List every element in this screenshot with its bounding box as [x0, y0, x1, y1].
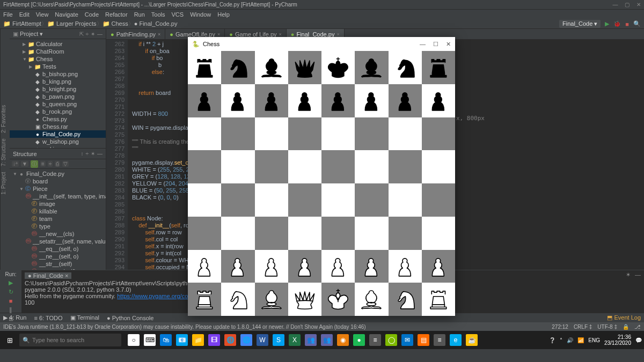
strip-project[interactable]: 1: Project: [1, 172, 6, 195]
chess-square[interactable]: [188, 250, 221, 283]
taskbar-app[interactable]: 📁: [192, 334, 204, 346]
tree-item[interactable]: ◆b_queen.png: [10, 100, 106, 108]
structure-item[interactable]: ▼●Final_Code.py: [10, 170, 106, 178]
chess-square[interactable]: [221, 283, 254, 316]
editor-tab[interactable]: ●PathFinding.py×: [106, 29, 165, 39]
chess-square[interactable]: [422, 283, 455, 316]
menu-vcs[interactable]: VCS: [172, 11, 184, 18]
taskbar-app[interactable]: ◯: [385, 334, 397, 346]
chess-square[interactable]: [255, 117, 288, 151]
taskbar-app[interactable]: 🛍: [160, 334, 172, 346]
settings-icon[interactable]: ✶: [626, 271, 631, 278]
chess-square[interactable]: [255, 250, 288, 283]
chess-square[interactable]: [288, 217, 321, 250]
chess-square[interactable]: [255, 51, 288, 84]
wifi-icon[interactable]: 📶: [577, 337, 584, 343]
chess-square[interactable]: [389, 84, 422, 117]
search-icon[interactable]: 🔍: [633, 20, 641, 27]
chess-square[interactable]: [389, 150, 422, 183]
chess-square[interactable]: [321, 250, 355, 283]
chess-square[interactable]: [321, 117, 355, 151]
menu-view[interactable]: View: [36, 11, 49, 18]
chess-square[interactable]: [321, 217, 355, 250]
chess-square[interactable]: [389, 183, 422, 217]
taskbar-app[interactable]: 👥: [305, 334, 317, 346]
chess-square[interactable]: [188, 183, 221, 217]
chess-square[interactable]: [422, 217, 455, 250]
menu-tools[interactable]: Tools: [151, 11, 165, 18]
structure-item[interactable]: ⓜ__init__(self, team, type, image, killa…: [10, 193, 106, 200]
taskbar-app[interactable]: 🌐: [240, 334, 252, 346]
breadcrumb-item[interactable]: 📁 Larger Projects: [47, 20, 97, 27]
structure-item[interactable]: ⓜ__eq__(self, o): [10, 245, 106, 253]
taskbar-app[interactable]: ⌨: [144, 334, 156, 346]
chess-square[interactable]: [188, 84, 221, 117]
taskbar-app[interactable]: ▤: [418, 334, 429, 346]
filter-icon[interactable]: ÷: [86, 151, 89, 157]
chess-square[interactable]: [188, 283, 221, 316]
structure-item[interactable]: Ⓕtype: [10, 223, 106, 230]
menu-navigate[interactable]: Navigate: [55, 11, 78, 18]
taskbar-app[interactable]: 🎞: [208, 334, 220, 346]
structure-item[interactable]: Ⓕkillable: [10, 208, 106, 215]
menu-code[interactable]: Code: [85, 11, 99, 18]
tree-item[interactable]: ◆b_knight.png: [10, 85, 106, 93]
taskbar-app[interactable]: ✉: [401, 334, 413, 346]
stop-icon[interactable]: ■: [9, 298, 13, 304]
chess-square[interactable]: [321, 51, 355, 84]
menu-help[interactable]: Help: [217, 11, 230, 18]
menu-edit[interactable]: Edit: [19, 11, 30, 18]
maximize-icon[interactable]: ▢: [625, 2, 630, 8]
chess-square[interactable]: [389, 250, 422, 283]
lang-indicator[interactable]: ENG: [588, 337, 600, 343]
chess-square[interactable]: [422, 84, 455, 117]
taskbar-app[interactable]: ○: [128, 334, 140, 346]
tree-item[interactable]: ▶📁ChatRoom: [10, 48, 106, 55]
chess-square[interactable]: [188, 217, 221, 250]
structure-item[interactable]: ⓜ__new__(cls): [10, 230, 106, 238]
strip-structure[interactable]: 7: Structure: [1, 139, 6, 167]
tree-item[interactable]: ◆b_king.png: [10, 78, 106, 85]
structure-item[interactable]: Ⓕimage: [10, 200, 106, 208]
run-icon[interactable]: ▶: [605, 20, 609, 27]
maximize-icon[interactable]: ☐: [433, 41, 438, 48]
chess-square[interactable]: [355, 150, 388, 183]
taskbar-app[interactable]: ●: [353, 334, 365, 346]
chess-square[interactable]: [221, 217, 254, 250]
taskbar-app[interactable]: ≡: [369, 334, 381, 346]
chevron-up-icon[interactable]: ˄: [560, 337, 562, 343]
chess-square[interactable]: [288, 250, 321, 283]
chess-square[interactable]: [221, 250, 254, 283]
git-icon[interactable]: ⎇: [634, 324, 641, 330]
tree-item[interactable]: ▼📁Chess: [10, 55, 106, 63]
chess-square[interactable]: [321, 283, 355, 316]
chess-square[interactable]: [188, 117, 221, 151]
taskbar-app[interactable]: W: [257, 334, 268, 346]
structure-item[interactable]: Ⓕteam: [10, 215, 106, 223]
bottom-tab[interactable]: ● Python Console: [107, 315, 153, 321]
bottom-tab[interactable]: ▶ 4: Run: [3, 314, 26, 321]
lock-icon[interactable]: 🔒: [623, 324, 629, 330]
chess-square[interactable]: [288, 84, 321, 117]
chess-square[interactable]: [221, 183, 254, 217]
tree-item[interactable]: ●Chess.py: [10, 115, 106, 123]
hide-icon[interactable]: —: [97, 151, 103, 157]
system-tray[interactable]: ❔ ˄ 🔊 📶 ENG 21:3623/12/2020 💬: [549, 334, 642, 346]
tree-item[interactable]: ▶📁Calculator: [10, 40, 106, 48]
chess-board[interactable]: [188, 51, 455, 316]
close-icon[interactable]: ✕: [446, 41, 451, 48]
chess-square[interactable]: [221, 51, 254, 84]
chess-square[interactable]: [221, 117, 254, 151]
pause-icon[interactable]: ‖: [9, 306, 12, 313]
taskbar-search[interactable]: 🔍 Type here to search: [19, 334, 121, 346]
minimize-icon[interactable]: —: [635, 271, 641, 278]
menu-window[interactable]: Window: [190, 11, 211, 18]
chess-square[interactable]: [255, 217, 288, 250]
taskbar-app[interactable]: 🌐: [224, 334, 236, 346]
tree-item[interactable]: ◆w_bishop.png: [10, 138, 106, 145]
collapse-icon[interactable]: ⇱: [79, 31, 84, 37]
breadcrumb-item[interactable]: 📁 Chess: [103, 20, 128, 27]
hide-icon[interactable]: —: [97, 31, 103, 37]
sort-icon[interactable]: ↕: [81, 151, 84, 157]
menu-run[interactable]: Run: [134, 11, 145, 18]
